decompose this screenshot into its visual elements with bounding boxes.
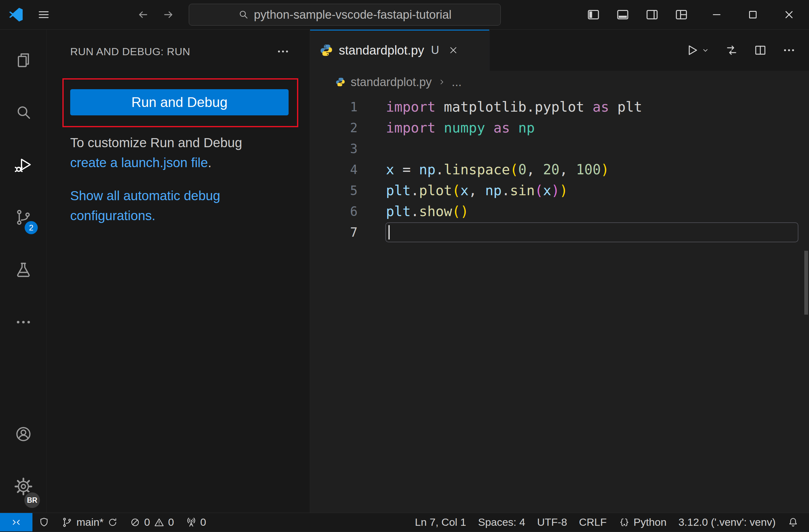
line-number: 7 [310,225,358,240]
search-icon [238,9,249,20]
branch-name: main* [76,516,104,528]
git-branch-icon [62,517,73,528]
activity-explorer-button[interactable] [0,34,47,86]
play-icon [685,43,699,57]
search-icon [14,104,32,122]
activity-run-debug-button[interactable] [0,139,47,191]
cursor-position-button[interactable]: Ln 7, Col 1 [409,513,472,531]
customize-hint: To customize Run and Debug create a laun… [70,133,289,173]
view-more-actions-button[interactable] [276,45,290,58]
line-number: 5 [310,183,358,198]
code-line-text: plt.show() [385,201,798,221]
split-editor-icon [754,43,767,57]
close-window-button[interactable] [783,8,795,21]
toggle-panel-button[interactable] [616,7,630,22]
indentation-button[interactable]: Spaces: 4 [472,513,531,531]
git-branch-button[interactable]: main* [55,513,124,531]
eol-button[interactable]: CRLF [573,513,613,531]
customize-hint-period: . [208,155,211,170]
code-line-text: import matplotlib.pyplot as plt [385,97,798,117]
radio-tower-icon [186,517,196,528]
close-icon [783,8,795,21]
layout-panel-icon [616,7,630,22]
activity-source-control-button[interactable]: 2 [0,191,47,244]
maximize-button[interactable] [746,8,759,21]
editor-more-actions-button[interactable] [782,43,796,57]
create-launch-json-link[interactable]: create a launch.json file [70,155,208,170]
tab-bar: standardplot.py U [310,30,809,71]
editor-scrollbar[interactable] [804,251,808,315]
tab-modified-indicator: U [431,44,439,57]
code-line-text: x = np.linspace(0, 20, 100) [385,160,798,180]
ports-button[interactable]: 0 [180,513,212,531]
line-number: 3 [310,142,358,156]
forward-button[interactable] [162,8,175,21]
close-icon [448,45,459,55]
toggle-secondary-sidebar-button[interactable] [645,7,659,22]
split-editor-button[interactable] [754,43,767,57]
sidebar-title: RUN AND DEBUG: RUN [70,46,190,58]
workspace-trust-button[interactable] [32,513,55,531]
chevron-down-icon [701,46,710,55]
open-changes-button[interactable] [725,43,739,57]
profile-badge: BR [23,492,41,509]
breadcrumb-file[interactable]: standardplot.py [351,75,432,89]
braces-icon [619,517,630,528]
layout-customize-icon [674,7,689,22]
warnings-count: 0 [168,516,174,528]
show-debug-configurations-link[interactable]: Show all automatic debug configurations. [70,188,220,223]
notifications-button[interactable] [781,513,805,531]
activity-settings-button[interactable]: BR [0,460,47,513]
line-number: 4 [310,162,358,177]
python-interpreter-button[interactable]: 3.12.0 ('.venv': venv) [672,513,781,531]
code-line[interactable]: 7 [310,222,809,243]
run-python-file-button[interactable] [685,43,710,57]
main-area: 2 BR RUN AND DEBUG: RUN Run and Debug [0,30,809,513]
tab-close-button[interactable] [448,45,459,55]
code-line[interactable]: 4x = np.linspace(0, 20, 100) [310,159,809,180]
code-lines: 1import matplotlib.pyplot as plt2import … [310,96,809,243]
activity-testing-button[interactable] [0,244,47,296]
activity-more-button[interactable] [0,296,47,348]
back-button[interactable] [136,8,150,21]
layout-sidebar-left-icon [586,7,601,22]
command-center-search[interactable]: python-sample-vscode-fastapi-tutorial [189,4,501,25]
maximize-icon [746,8,759,21]
shield-icon [38,517,50,528]
code-line[interactable]: 1import matplotlib.pyplot as plt [310,96,809,117]
toggle-primary-sidebar-button[interactable] [586,7,601,22]
customize-layout-button[interactable] [674,7,689,22]
vscode-logo-icon [9,7,23,22]
tab-standardplot[interactable]: standardplot.py U [310,30,489,71]
chevron-right-icon [437,78,446,86]
language-mode-button[interactable]: Python [613,513,673,531]
run-debug-icon [14,156,32,174]
breadcrumbs: standardplot.py ... [310,71,809,93]
activity-search-button[interactable] [0,86,47,139]
minimize-button[interactable] [710,8,723,21]
code-line[interactable]: 6plt.show() [310,201,809,222]
menu-button[interactable] [37,8,51,21]
errors-count: 0 [144,516,150,528]
beaker-icon [14,261,32,279]
activity-accounts-button[interactable] [0,408,47,460]
remote-indicator-button[interactable] [0,513,32,531]
encoding-button[interactable]: UTF-8 [531,513,573,531]
code-line[interactable]: 2import numpy as np [310,117,809,138]
code-line-text: import numpy as np [385,118,798,138]
code-line[interactable]: 5plt.plot(x, np.sin(x)) [310,180,809,201]
ports-count: 0 [200,516,206,528]
ellipsis-icon [14,313,32,331]
code-editor[interactable]: 1import matplotlib.pyplot as plt2import … [310,93,809,513]
account-icon [14,425,32,443]
code-line[interactable]: 3 [310,138,809,159]
run-and-debug-sidebar: RUN AND DEBUG: RUN Run and Debug To cust… [47,30,310,513]
compare-changes-icon [725,43,739,57]
search-value: python-sample-vscode-fastapi-tutorial [254,8,452,21]
run-and-debug-button[interactable]: Run and Debug [70,89,289,116]
sync-icon [107,517,118,528]
problems-button[interactable]: 0 0 [124,513,180,531]
remote-icon [11,517,22,528]
files-icon [14,51,32,69]
breadcrumb-overflow[interactable]: ... [452,75,462,89]
